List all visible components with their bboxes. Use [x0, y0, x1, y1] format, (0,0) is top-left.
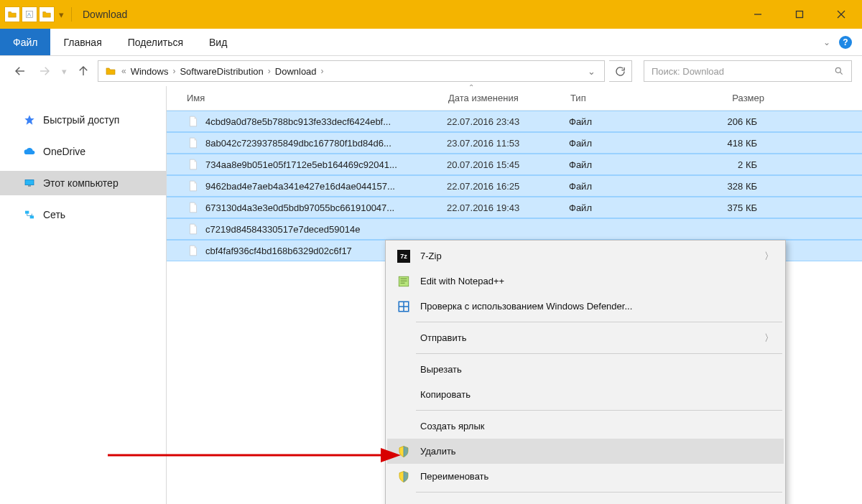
- blank-icon: [396, 362, 412, 378]
- file-icon: [187, 136, 200, 149]
- qat-customize-dropdown[interactable]: ▾: [56, 6, 66, 22]
- close-button[interactable]: [820, 0, 862, 29]
- minimize-button[interactable]: [737, 0, 779, 29]
- file-name: c7219d84584330517e7deced59014e: [205, 224, 447, 235]
- star-icon: [23, 113, 36, 126]
- file-type: Файл: [569, 202, 684, 213]
- refresh-button[interactable]: [609, 60, 632, 82]
- sidebar-item-pc[interactable]: Этот компьютер: [0, 171, 166, 195]
- blank-icon: [396, 500, 412, 505]
- svg-rect-12: [28, 185, 31, 186]
- context-menu-separator: [416, 492, 782, 493]
- file-name: 4cbd9a0d78e5b788bc913fe33decf6424ebf...: [205, 116, 447, 127]
- context-menu-label: Переименовать: [420, 471, 774, 482]
- titlebar-separator: [71, 7, 72, 22]
- context-menu-item[interactable]: Edit with Notepad++: [387, 269, 784, 294]
- address-bar[interactable]: « Windows › SoftwareDistribution › Downl…: [98, 60, 605, 82]
- context-menu-item[interactable]: Вырезать: [387, 357, 784, 382]
- context-menu-label: 7-Zip: [420, 251, 756, 261]
- net-icon: [23, 208, 36, 221]
- file-size: 206 КБ: [684, 116, 763, 127]
- breadcrumb-0[interactable]: Windows: [131, 66, 169, 77]
- context-menu-item[interactable]: Проверка с использованием Windows Defend…: [387, 294, 784, 319]
- file-icon: [187, 179, 200, 192]
- file-type: Файл: [569, 138, 684, 149]
- shield-icon: [396, 444, 412, 459]
- search-box[interactable]: Поиск: Download: [644, 60, 852, 82]
- qat-folder-icon[interactable]: [4, 6, 20, 22]
- context-menu-item[interactable]: Удалить: [387, 439, 784, 464]
- ribbon: Файл Главная Поделиться Вид ⌄ ?: [0, 29, 862, 56]
- breadcrumb-2[interactable]: Download: [275, 66, 317, 77]
- file-row[interactable]: 4cbd9a0d78e5b788bc913fe33decf6424ebf...2…: [167, 111, 862, 132]
- qat-properties-icon[interactable]: [22, 6, 37, 22]
- 7z-icon: 7z: [396, 248, 412, 264]
- svg-marker-10: [24, 115, 34, 124]
- file-icon: [187, 115, 200, 128]
- ribbon-file[interactable]: Файл: [0, 29, 50, 55]
- context-menu-label: Отправить: [420, 332, 756, 343]
- file-date: 20.07.2016 15:45: [447, 159, 569, 170]
- sidebar-item-net[interactable]: Сеть: [0, 202, 166, 227]
- ribbon-tab-view[interactable]: Вид: [196, 29, 240, 55]
- svg-rect-15: [399, 276, 409, 286]
- titlebar: ▾ Download: [0, 0, 862, 29]
- breadcrumb-sep-1[interactable]: ›: [268, 66, 271, 76]
- svg-line-9: [840, 72, 842, 74]
- context-menu-item[interactable]: Создать ярлык: [387, 414, 784, 439]
- breadcrumb-sep-2[interactable]: ›: [321, 66, 324, 76]
- window-buttons: [737, 0, 862, 29]
- qat-new-folder-icon[interactable]: [39, 6, 55, 22]
- sidebar-item-label: Этот компьютер: [43, 177, 119, 189]
- context-menu-item[interactable]: Копировать: [387, 382, 784, 407]
- context-menu-item[interactable]: Свойства: [387, 495, 784, 504]
- file-date: 22.07.2016 19:43: [447, 202, 569, 213]
- shield-icon: [396, 469, 412, 485]
- blank-icon: [396, 330, 412, 346]
- nav-pane: Быстрый доступOneDriveЭтот компьютерСеть: [0, 86, 167, 504]
- context-menu-item[interactable]: Отправить〉: [387, 325, 784, 350]
- file-row[interactable]: 673130d4a3e3e0d5bdb97055bc661910047...22…: [167, 197, 862, 218]
- address-folder-icon: [104, 65, 117, 78]
- column-header-type[interactable]: Тип: [570, 93, 685, 103]
- file-size: 418 КБ: [684, 138, 763, 149]
- breadcrumb-1[interactable]: SoftwareDistribution: [180, 66, 263, 77]
- cloud-icon: [23, 145, 36, 158]
- ribbon-tab-share[interactable]: Поделиться: [115, 29, 196, 55]
- maximize-button[interactable]: [779, 0, 820, 29]
- nav-forward-button[interactable]: [34, 61, 55, 81]
- file-date: 22.07.2016 16:25: [447, 181, 569, 192]
- file-row[interactable]: c7219d84584330517e7deced59014e: [167, 218, 862, 240]
- ribbon-collapse-chevron[interactable]: ⌄: [823, 37, 830, 47]
- file-row[interactable]: 9462bad4e7aeb4a341e427e16d4ae044157...22…: [167, 175, 862, 197]
- window-title: Download: [83, 9, 127, 20]
- file-icon: [187, 158, 200, 171]
- help-icon[interactable]: ?: [839, 36, 852, 49]
- svg-point-8: [835, 67, 840, 73]
- file-name: 673130d4a3e3e0d5bdb97055bc661910047...: [205, 202, 447, 213]
- sidebar-item-star[interactable]: Быстрый доступ: [0, 108, 166, 132]
- quick-access-toolbar: ▾: [4, 6, 66, 22]
- nav-recent-dropdown[interactable]: ▾: [59, 61, 69, 81]
- column-header-date[interactable]: Дата изменения: [448, 93, 570, 103]
- address-dropdown[interactable]: ⌄: [585, 66, 598, 77]
- ribbon-tab-home[interactable]: Главная: [50, 29, 114, 55]
- file-name: 734aa8e9b051e05f1712e5eb164469c92041...: [205, 159, 447, 170]
- sidebar-item-cloud[interactable]: OneDrive: [0, 139, 166, 164]
- file-row[interactable]: 8ab042c72393785849dbc167780f1bd84d6...23…: [167, 132, 862, 154]
- file-row[interactable]: 734aa8e9b051e05f1712e5eb164469c92041...2…: [167, 154, 862, 175]
- pc-icon: [23, 177, 36, 190]
- submenu-chevron-icon: 〉: [764, 332, 774, 345]
- breadcrumb-root[interactable]: «: [121, 66, 126, 76]
- column-header-name[interactable]: Имя: [187, 93, 448, 103]
- context-menu-item[interactable]: 7z7-Zip〉: [387, 243, 784, 269]
- file-size: 2 КБ: [684, 159, 763, 170]
- nav-back-button[interactable]: [10, 61, 30, 81]
- file-size: 375 КБ: [684, 202, 763, 213]
- svg-rect-13: [25, 211, 29, 214]
- file-icon: [187, 201, 200, 214]
- context-menu-item[interactable]: Переименовать: [387, 464, 784, 489]
- breadcrumb-sep-0[interactable]: ›: [172, 66, 175, 76]
- column-header-size[interactable]: Размер: [685, 93, 764, 103]
- nav-up-button[interactable]: [73, 61, 93, 81]
